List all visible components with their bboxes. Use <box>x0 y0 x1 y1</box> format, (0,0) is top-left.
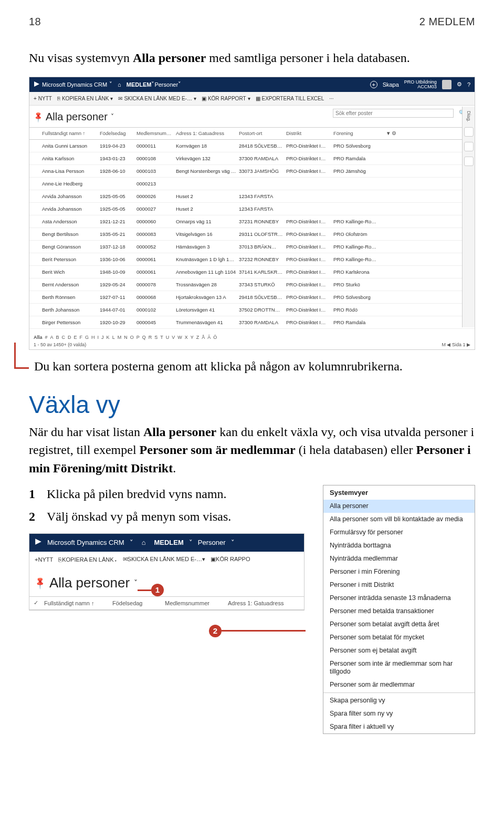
crm-brand[interactable]: Microsoft Dynamics CRM ˅ <box>34 81 112 88</box>
alpha-filter[interactable]: Å <box>202 335 205 340</box>
alpha-filter[interactable]: I <box>98 335 99 340</box>
alpha-filter[interactable]: W <box>177 335 182 340</box>
menu-item[interactable]: Personer som ej betalat avgift <box>323 644 475 657</box>
table-row[interactable]: Anita Karlsson1943-01-230000108Virkeväge… <box>29 152 475 165</box>
table-row[interactable]: Bengt Göransson1937-12-180000052Härnäsvä… <box>29 241 475 253</box>
alpha-filter[interactable]: O <box>130 335 134 340</box>
email-link-button[interactable]: ✉SKICKA EN LÄNK MED E-…▾ <box>123 556 205 563</box>
alpha-filter[interactable]: B <box>56 335 59 340</box>
col-addr[interactable]: Adress 1: Gatuadress <box>176 130 239 136</box>
run-report-button[interactable]: ▣KÖR RAPPO <box>211 556 250 563</box>
alpha-filter[interactable]: Y <box>191 335 194 340</box>
table-row[interactable]: Birger Pettersson1920-10-290000045Trumme… <box>29 316 475 329</box>
email-link-button[interactable]: ✉SKICKA EN LÄNK MED E-…▾ <box>118 96 196 101</box>
gear-icon[interactable]: ⚙ <box>457 81 462 88</box>
alpha-filter[interactable]: Z <box>196 335 200 340</box>
view-title[interactable]: 📌 Alla personer ˅ <box>29 567 304 596</box>
alpha-filter[interactable]: S <box>154 335 158 340</box>
alpha-filter[interactable]: Ä <box>207 335 211 340</box>
table-row[interactable]: Berth Rönnsen1927-07-110000068Hjortakrok… <box>29 291 475 304</box>
col-name[interactable]: Fullständigt namn ↑ <box>44 600 112 606</box>
alpha-filter[interactable]: L <box>112 335 115 340</box>
new-button[interactable]: +NYTT <box>35 556 53 563</box>
alpha-filter[interactable]: C <box>62 335 66 340</box>
checkbox-icon[interactable]: ✓ <box>34 599 38 606</box>
table-row[interactable]: Arvida Johansson1925-05-050000026Huset 2… <box>29 190 475 203</box>
table-row[interactable]: Anne-Lie Hedberg0000213 <box>29 178 475 190</box>
menu-item[interactable]: Formulärsvy för personer <box>323 526 475 539</box>
menu-action[interactable]: Spara filter i aktuell vy <box>323 720 475 733</box>
menu-item[interactable]: Personer inträdda senaste 13 månaderna <box>323 592 475 605</box>
alpha-filter[interactable]: K <box>107 335 110 340</box>
plus-icon[interactable]: + <box>370 81 377 88</box>
filter-icon[interactable]: ▼ <box>386 130 391 136</box>
menu-item[interactable]: Alla personer <box>323 500 475 513</box>
chart-icon[interactable] <box>464 142 474 151</box>
menu-item[interactable]: Personer som betalat avgift detta året <box>323 618 475 631</box>
alpha-filter[interactable]: N <box>124 335 128 340</box>
menu-item[interactable]: Alla personer som vill bli kontaktade av… <box>323 513 475 526</box>
col-addr[interactable]: Adress 1: Gatuadress <box>228 600 296 606</box>
alpha-filter[interactable]: F <box>80 335 83 340</box>
chart-icon[interactable] <box>464 157 474 166</box>
menu-action[interactable]: Skapa personlig vy <box>323 694 475 707</box>
table-row[interactable]: Bengt Bertilsson1935-05-210000083Vitsige… <box>29 228 475 241</box>
menu-item[interactable]: Personer som inte är medlemmar som har t… <box>323 657 475 678</box>
more-button[interactable]: ··· <box>329 96 333 101</box>
col-memno[interactable]: Medlemsnummer <box>136 130 176 136</box>
alpha-filter[interactable]: X <box>185 335 188 340</box>
menu-item[interactable]: Nyinträdda medlemmar <box>323 552 475 565</box>
menu-item[interactable]: Personer som är medlemmar <box>323 678 475 691</box>
alpha-filter[interactable]: E <box>74 335 77 340</box>
alpha-filter[interactable]: V <box>172 335 175 340</box>
alpha-filter[interactable]: Q <box>142 335 146 340</box>
alpha-filter[interactable]: R <box>149 335 152 340</box>
alpha-filter[interactable]: U <box>166 335 170 340</box>
table-row[interactable]: Bernt Andersson1929-05-240000078Trossnäs… <box>29 278 475 291</box>
col-birth[interactable]: Födelsedag <box>100 130 136 136</box>
home-icon[interactable]: ⌂ <box>142 539 146 546</box>
alpha-filter[interactable]: G <box>85 335 89 340</box>
export-excel-button[interactable]: ▦EXPORTERA TILL EXCEL <box>256 96 324 101</box>
new-button[interactable]: +NYTT <box>34 96 52 101</box>
col-name[interactable]: Fullständigt namn ↑ <box>42 130 100 136</box>
col-postort[interactable]: Postort-ort <box>239 130 286 136</box>
run-report-button[interactable]: ▣KÖR RAPPORT▾ <box>202 96 250 101</box>
menu-action[interactable]: Spara filter som ny vy <box>323 707 475 720</box>
alpha-filter[interactable]: # <box>45 335 48 340</box>
table-row[interactable]: Asta Andersson1921-12-210000060Onnarps v… <box>29 215 475 228</box>
table-row[interactable]: Anita Gunni Larsson1919-04-230000011Korn… <box>29 140 475 152</box>
nav-medlem[interactable]: MEDLEM <box>127 81 152 88</box>
alpha-filter[interactable]: M <box>118 335 122 340</box>
table-row[interactable]: Arvida Johansson1925-05-050000027Huset 2… <box>29 203 475 215</box>
copy-link-button[interactable]: ⎘KOPIERA EN LÄNK▾ <box>57 96 113 101</box>
menu-item[interactable]: Personer i min Förening <box>323 565 475 578</box>
menu-item[interactable]: Personer som betalat för mycket <box>323 631 475 644</box>
nav-personer[interactable]: Personer <box>154 81 178 88</box>
alpha-filter[interactable]: H <box>91 335 95 340</box>
table-row[interactable]: Berit Petersson1936-10-060000061Knutnäsv… <box>29 253 475 266</box>
table-row[interactable]: Anna-Lisa Persson1928-06-100000103Bengt … <box>29 165 475 178</box>
page-indicator[interactable]: M ◀ Sida 1 ▶ <box>442 342 470 347</box>
table-row[interactable]: Berth Johansson1944-07-010000102Löretors… <box>29 304 475 316</box>
create-label[interactable]: Skapa <box>383 81 399 88</box>
search-input[interactable] <box>333 109 454 118</box>
alpha-filter[interactable]: A <box>50 335 54 340</box>
table-row[interactable]: Berit Wich1948-10-090000061Annebovägen 1… <box>29 266 475 278</box>
col-birth[interactable]: Födelsedag <box>112 600 165 606</box>
col-forening[interactable]: Förening <box>333 130 386 136</box>
search-box[interactable]: 🔍 <box>333 109 454 118</box>
gear-icon[interactable]: ⚙ <box>392 130 396 136</box>
menu-item[interactable]: Personer med betalda transaktioner <box>323 605 475 618</box>
alpha-filter[interactable]: P <box>136 335 140 340</box>
menu-item[interactable]: Personer i mitt Distrikt <box>323 578 475 592</box>
help-icon[interactable]: ? <box>467 81 470 88</box>
nav-medlem[interactable]: MEDLEM <box>154 539 183 546</box>
menu-item[interactable]: Nyinträdda borttagna <box>323 539 475 552</box>
chart-icon[interactable] <box>464 127 474 137</box>
alpha-filter[interactable]: Alla <box>34 335 43 340</box>
nav-personer[interactable]: Personer <box>198 539 226 546</box>
copy-link-button[interactable]: ⎘KOPIERA EN LÄNK▾ <box>58 556 117 563</box>
alpha-filter[interactable]: T <box>160 335 163 340</box>
home-icon[interactable]: ⌂ <box>118 81 121 88</box>
